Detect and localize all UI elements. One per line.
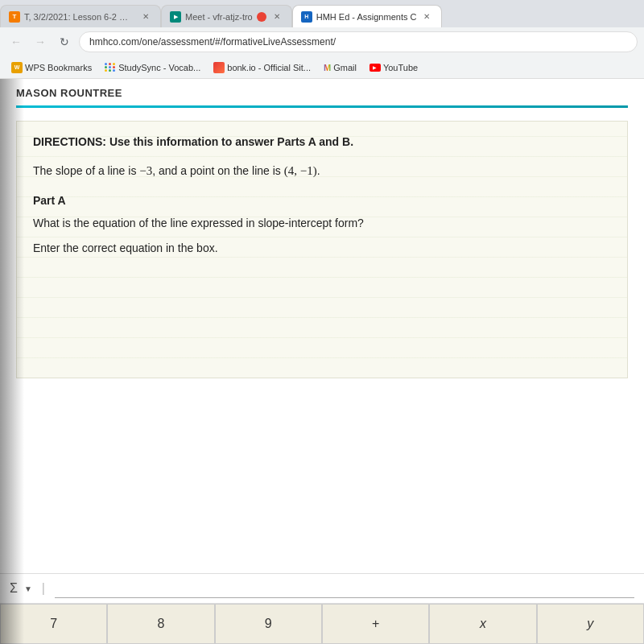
forward-button[interactable]: → [31,32,50,52]
tab-favicon-lesson: T [9,11,20,23]
tab-favicon-hmh: H [301,11,312,23]
question-box: DIRECTIONS: Use this information to answ… [16,121,628,378]
sigma-button[interactable]: Σ [10,581,18,596]
bookmark-bonk-label: bonk.io - Official Sit... [227,63,311,72]
sigma-row: Σ ▼ | [0,574,644,604]
problem-after: . [317,164,320,177]
key-8[interactable]: 8 [107,604,214,644]
back-button[interactable]: ← [6,32,26,52]
bookmark-studysync-label: StudySync - Vocab... [118,63,200,72]
instruction-text: Enter the correct equation in the box. [33,240,611,257]
keypad-row: 7 8 9 + x y [0,604,644,644]
bookmark-wps[interactable]: W WPS Bookmarks [6,60,97,75]
wps-icon: W [11,62,23,73]
address-bar-row: ← → ↻ [0,27,644,56]
youtube-icon [369,64,381,72]
tab-favicon-meet: ▶ [170,11,181,23]
tab-recording-dot [257,12,266,22]
key-x[interactable]: x [429,604,536,644]
bookmark-youtube[interactable]: YouTube [365,61,423,74]
slope-value: −3 [139,164,152,177]
bookmark-wps-label: WPS Bookmarks [25,63,92,72]
directions-text: DIRECTIONS: Use this information to answ… [33,134,611,151]
tab-meet[interactable]: ▶ Meet - vfr-atjz-tro ✕ [161,5,292,27]
ss-icon [105,62,116,73]
tab-label-meet: Meet - vfr-atjz-tro [185,12,253,22]
tab-close-lesson[interactable]: ✕ [139,10,152,23]
bookmarks-bar: W WPS Bookmarks StudySync - Vocab... bon… [0,56,644,79]
refresh-button[interactable]: ↻ [55,32,74,52]
gmail-icon: M [324,63,331,72]
user-name: MASON ROUNTREE [16,87,628,99]
browser-chrome: T T, 3/2/2021: Lesson 6-2 Wrap ✕ ▶ Meet … [0,0,644,79]
bookmark-bonk[interactable]: bonk.io - Official Sit... [208,60,316,75]
tab-label-lesson: T, 3/2/2021: Lesson 6-2 Wrap [24,12,135,22]
part-a-label: Part A [33,194,611,207]
equation-input[interactable] [55,579,634,598]
key-plus[interactable]: + [322,604,429,644]
bookmark-youtube-label: YouTube [383,63,418,72]
tab-lesson[interactable]: T T, 3/2/2021: Lesson 6-2 Wrap ✕ [0,5,161,27]
problem-before: The slope of a line is [33,164,139,177]
tab-close-hmh[interactable]: ✕ [420,10,433,23]
page-content: MASON ROUNTREE DIRECTIONS: Use this info… [0,79,644,644]
bookmark-gmail-label: Gmail [333,63,357,72]
divider-line [16,105,628,108]
tab-hmh[interactable]: H HMH Ed - Assignments C ✕ [292,5,443,27]
key-9[interactable]: 9 [215,604,322,644]
bonk-icon [213,62,225,73]
input-area: Σ ▼ | 7 8 9 + x y [0,573,644,644]
bookmark-gmail[interactable]: M Gmail [319,61,361,74]
address-input[interactable] [79,31,638,52]
bookmark-studysync[interactable]: StudySync - Vocab... [100,60,205,75]
tab-label-hmh: HMH Ed - Assignments C [316,12,417,22]
question-text: What is the equation of the line express… [33,215,611,232]
tab-close-meet[interactable]: ✕ [270,10,283,23]
sigma-dropdown-arrow[interactable]: ▼ [24,584,32,593]
problem-middle: , and a point on the line is [152,164,283,177]
key-y[interactable]: y [537,604,644,644]
key-7[interactable]: 7 [0,604,107,644]
page-inner: MASON ROUNTREE DIRECTIONS: Use this info… [0,79,644,378]
tab-bar: T T, 3/2/2021: Lesson 6-2 Wrap ✕ ▶ Meet … [0,0,644,27]
point-value: (4, −1) [284,164,317,177]
problem-text: The slope of a line is −3, and a point o… [33,162,611,180]
